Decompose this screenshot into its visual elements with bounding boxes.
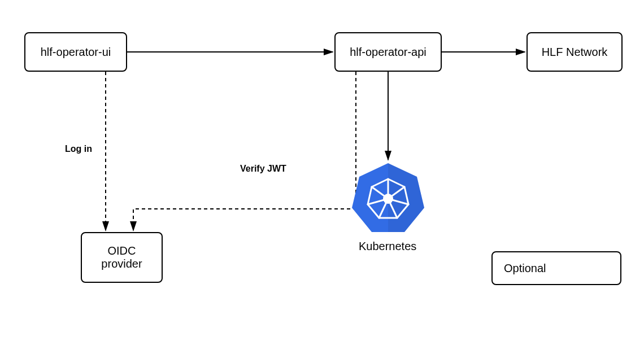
node-hlf-operator-api: hlf-operator-api (334, 32, 442, 72)
node-hlf-network: HLF Network (526, 32, 623, 72)
node-hlf-network-label: HLF Network (542, 46, 608, 59)
edge-verifyjwt-label: Verify JWT (240, 164, 286, 174)
node-hlf-operator-ui-label: hlf-operator-ui (41, 46, 111, 59)
kubernetes-icon (351, 161, 425, 234)
node-oidc-provider: OIDC provider (81, 232, 163, 283)
node-hlf-operator-ui: hlf-operator-ui (24, 32, 127, 72)
edge-api-to-oidc (133, 72, 356, 230)
node-oidc-provider-label: OIDC provider (88, 244, 156, 270)
legend-optional-label: Optional (504, 262, 546, 275)
node-kubernetes (351, 161, 425, 234)
node-hlf-operator-api-label: hlf-operator-api (350, 46, 427, 59)
legend-box: Optional (491, 251, 621, 285)
kubernetes-caption: Kubernetes (359, 240, 416, 253)
edge-login-label: Log in (65, 144, 92, 154)
